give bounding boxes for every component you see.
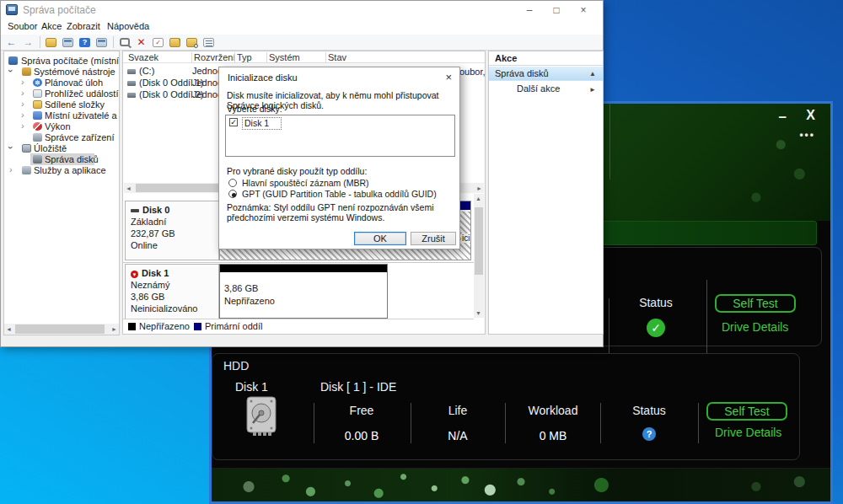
- properties-icon[interactable]: [201, 36, 216, 49]
- system-tools-icon: [22, 67, 31, 76]
- chevron-expanded-icon[interactable]: ›: [6, 146, 16, 149]
- tree-horizontal-scrollbar[interactable]: ◄ ►: [4, 324, 119, 335]
- scrollbar-thumb[interactable]: [15, 324, 105, 334]
- minimize-button[interactable]: –: [517, 1, 542, 19]
- tree-item-disk-management[interactable]: Správa disků: [4, 154, 120, 165]
- cancel-button[interactable]: Zrušit: [411, 232, 456, 245]
- cm-titlebar: Správa počítače – □ ×: [1, 1, 603, 19]
- app-minimize-button[interactable]: –: [779, 109, 787, 126]
- dialog-close-icon[interactable]: ×: [445, 71, 452, 83]
- close-button[interactable]: ×: [571, 1, 596, 19]
- collapse-icon[interactable]: ▲: [589, 70, 596, 78]
- column-stav[interactable]: Stav: [326, 52, 486, 63]
- initialize-disk-dialog: Inicializace disku × Disk musíte inicial…: [218, 67, 460, 249]
- chevron-collapsed-icon[interactable]: ›: [21, 121, 24, 131]
- unallocated-partition-bar: [220, 265, 387, 272]
- metric-free-label: Free: [315, 404, 408, 417]
- column-divider: [600, 403, 601, 443]
- disk1-item-label: Disk 1: [242, 117, 282, 130]
- disk0-name: Disk 0: [131, 205, 218, 215]
- scroll-right-icon[interactable]: ►: [111, 326, 117, 332]
- radio-unselected-icon[interactable]: [228, 179, 237, 187]
- back-icon[interactable]: ←: [4, 36, 19, 49]
- chevron-expanded-icon[interactable]: ›: [6, 69, 16, 72]
- disk1-list-item[interactable]: ✓ Disk 1: [227, 117, 454, 128]
- mbr-radio-option[interactable]: Hlavní spouštěcí záznam (MBR): [228, 178, 448, 189]
- column-system-souboru[interactable]: Systém souborů: [267, 52, 326, 63]
- folder-up-icon[interactable]: ↑: [168, 36, 182, 49]
- ssd-drive-details-link[interactable]: Drive Details: [722, 320, 788, 334]
- chevron-collapsed-icon[interactable]: ›: [21, 77, 24, 87]
- chevron-collapsed-icon[interactable]: ›: [9, 164, 13, 174]
- folder-search-icon[interactable]: [185, 36, 199, 49]
- window-title: Správa počítače: [23, 4, 96, 16]
- menu-akce[interactable]: Akce: [41, 21, 62, 31]
- tree-item-device-manager[interactable]: Správce zařízení: [4, 132, 120, 143]
- tree-item-performance[interactable]: › Výkon: [4, 121, 120, 132]
- actions-pane: Akce Správa disků ▲ Další akce ►: [488, 51, 604, 335]
- ssd-status-label: Status: [609, 296, 702, 309]
- app-ellipsis-menu[interactable]: •••: [799, 129, 815, 141]
- dialog-title: Inicializace disku: [228, 72, 298, 83]
- scroll-up-icon[interactable]: ▲: [475, 196, 481, 201]
- chevron-collapsed-icon[interactable]: ›: [21, 88, 24, 98]
- scroll-left-icon[interactable]: ◄: [126, 185, 132, 191]
- computer-icon: [8, 56, 18, 65]
- disk1-partition-status: Nepřiřazeno: [224, 296, 275, 306]
- radio-selected-icon[interactable]: [228, 190, 237, 198]
- disk0-size: 232,87 GB: [131, 228, 218, 239]
- hdd-drive-details-link[interactable]: Drive Details: [715, 426, 781, 439]
- menu-napoveda[interactable]: Nápověda: [107, 21, 149, 31]
- check-document-icon[interactable]: ✓: [151, 36, 165, 49]
- hdd-self-test-button[interactable]: Self Test: [706, 402, 787, 421]
- show-window-icon[interactable]: [94, 36, 109, 49]
- help-icon[interactable]: ?: [78, 36, 92, 49]
- column-divider: [698, 403, 699, 443]
- actions-group-disk-management[interactable]: Správa disků ▲: [489, 67, 603, 81]
- unallocated-legend-label: Nepřiřazeno: [139, 321, 190, 331]
- tree-item-computer-management[interactable]: Správa počítače (místní): [4, 56, 120, 67]
- app-close-button[interactable]: X: [806, 108, 815, 123]
- delete-icon[interactable]: ✕: [134, 36, 148, 49]
- primary-partition-legend-label: Primární oddíl: [205, 321, 262, 331]
- ok-button[interactable]: OK: [354, 232, 406, 245]
- forward-icon[interactable]: →: [21, 36, 35, 49]
- column-typ[interactable]: Typ: [235, 52, 267, 63]
- scroll-right-icon[interactable]: ►: [476, 185, 482, 191]
- maximize-button[interactable]: □: [544, 1, 569, 19]
- disk0-info-box[interactable]: Disk 0 Základní 232,87 GB Online: [125, 201, 219, 260]
- disk1-unallocated-box[interactable]: 3,86 GB Nepřiřazeno: [219, 264, 388, 319]
- row-divider: [123, 262, 474, 263]
- scrollbar-thumb[interactable]: [475, 207, 483, 275]
- disk1-info-box[interactable]: ▾Disk 1 Neznámý 3,86 GB Neinicializováno: [125, 264, 219, 319]
- disk-vertical-scrollbar[interactable]: ▲ ▼: [474, 194, 484, 318]
- menu-zobrazit[interactable]: Zobrazit: [67, 21, 100, 31]
- volume-icon: [127, 81, 136, 86]
- partition-type-label: Pro vybrané disky použít typ oddílu:: [227, 166, 367, 176]
- column-rozvrzeni[interactable]: Rozvržení: [192, 52, 235, 63]
- tree-item-services-applications[interactable]: › Služby a aplikace: [4, 165, 120, 176]
- ssd-self-test-button[interactable]: Self Test: [715, 294, 796, 313]
- chevron-collapsed-icon[interactable]: ›: [21, 110, 24, 120]
- actions-item-more-actions[interactable]: Další akce ►: [489, 82, 603, 96]
- header-divider: [609, 104, 610, 180]
- dialog-note: Poznámka: Styl oddílu GPT není rozpoznáv…: [227, 202, 451, 223]
- scroll-down-icon[interactable]: ▼: [475, 310, 481, 316]
- console-window-icon[interactable]: [61, 36, 75, 49]
- disk1-checkbox[interactable]: ✓: [229, 118, 238, 126]
- scroll-left-icon[interactable]: ◄: [6, 326, 12, 332]
- toolbar: ← → ? ✕ ✓ ↑: [1, 35, 603, 51]
- column-svazek[interactable]: Svazek: [123, 52, 192, 63]
- volume-icon: [127, 69, 136, 74]
- disk-error-icon: ▾: [131, 271, 138, 278]
- metric-life-value: N/A: [411, 429, 504, 442]
- disk-listbox[interactable]: ✓ Disk 1: [225, 115, 455, 157]
- gpt-radio-option[interactable]: GPT (GUID Partition Table - tabulka oddí…: [228, 189, 456, 200]
- menu-soubor[interactable]: Soubor: [8, 21, 37, 31]
- status-unknown-question-icon: ?: [642, 427, 656, 441]
- rescan-disks-icon[interactable]: [117, 36, 132, 49]
- export-folder-icon[interactable]: [44, 36, 58, 49]
- chevron-collapsed-icon[interactable]: ›: [21, 99, 24, 109]
- disk1-partition-size: 3,86 GB: [224, 283, 258, 293]
- hdd-disk-heading: Disk [ 1 ] - IDE: [320, 380, 396, 394]
